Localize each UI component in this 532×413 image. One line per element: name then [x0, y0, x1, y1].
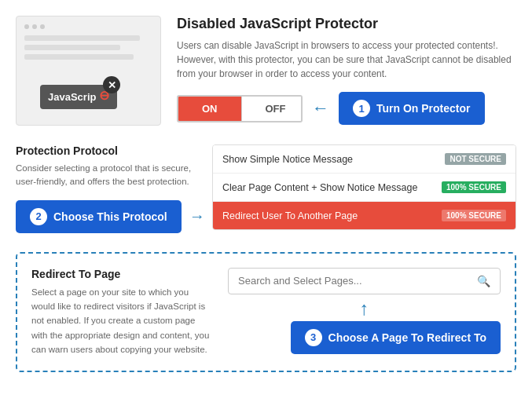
step1-badge: 1	[353, 100, 370, 117]
arrow-up-icon: ↑	[360, 299, 369, 318]
js-badge-text: JavaScrip	[48, 91, 96, 103]
redirect-section: Redirect To Page Select a page on your s…	[16, 252, 516, 373]
top-card: JavaScrip ⊖ ✕ Disabled JavaScript Protec…	[16, 16, 516, 126]
protocol-row-1[interactable]: Show Simple Notice Message NOT SECURE	[213, 145, 515, 174]
card-title: Disabled JavaScript Protector	[177, 16, 516, 32]
card-content: Disabled JavaScript Protector Users can …	[177, 16, 516, 125]
redirect-title: Redirect To Page	[31, 268, 212, 280]
step2-badge: 2	[30, 208, 47, 225]
protocol-badge-3: 100% SECURE	[442, 210, 506, 221]
choose-protocol-label: Choose This Protocol	[53, 210, 167, 223]
search-input[interactable]	[238, 275, 477, 287]
protocol-badge-1: NOT SECURE	[445, 153, 506, 165]
redirect-right: 🔍 ↑ 3 Choose A Page To Redirect To	[228, 268, 501, 354]
step-button-row: 3 Choose A Page To Redirect To	[228, 321, 501, 354]
preview-lines	[24, 24, 152, 64]
protocol-section: Protection Protocol Consider selecting a…	[16, 144, 516, 233]
protocol-title: Protection Protocol	[16, 144, 196, 157]
arrow-protocol-icon: →	[189, 207, 205, 225]
step3-badge: 3	[305, 329, 322, 346]
dot1	[24, 24, 29, 29]
preview-image: JavaScrip ⊖ ✕	[16, 16, 161, 126]
x-icon: ✕	[103, 76, 120, 93]
protocol-badge-2: 100% SECURE	[442, 181, 506, 193]
line2	[24, 45, 120, 50]
choose-page-button[interactable]: 3 Choose A Page To Redirect To	[291, 321, 501, 354]
choose-protocol-button[interactable]: 2 Choose This Protocol	[16, 200, 182, 233]
protocol-row-2[interactable]: Clear Page Content + Show Notice Message…	[213, 174, 515, 202]
arrow-right-icon: ←	[312, 98, 329, 119]
protocol-left: Protection Protocol Consider selecting a…	[16, 144, 196, 233]
protocol-button-row: 2 Choose This Protocol →	[16, 200, 196, 233]
protocol-label-1: Show Simple Notice Message	[222, 154, 353, 165]
toggle-row: ON OFF ← 1 Turn On Protector	[177, 92, 516, 125]
line1	[24, 35, 140, 41]
arrow-up-container: ↑	[228, 299, 501, 318]
toggle-on[interactable]: ON	[178, 97, 241, 121]
turn-on-protector-label: Turn On Protector	[376, 102, 471, 115]
dot3	[40, 24, 45, 29]
redirect-desc: Select a page on your site to which you …	[31, 285, 212, 357]
redirect-left: Redirect To Page Select a page on your s…	[31, 268, 212, 357]
toggle-switch[interactable]: ON OFF	[177, 95, 303, 122]
protocol-list: Show Simple Notice Message NOT SECURE Cl…	[212, 144, 516, 230]
protocol-label-2: Clear Page Content + Show Notice Message	[222, 182, 417, 193]
protocol-desc: Consider selecting a protocol that is se…	[16, 162, 196, 189]
search-box[interactable]: 🔍	[228, 268, 501, 294]
card-description: Users can disable JavaScript in browsers…	[177, 38, 516, 81]
toggle-off[interactable]: OFF	[241, 97, 303, 121]
search-icon: 🔍	[477, 275, 490, 287]
dot2	[32, 24, 37, 29]
line3	[24, 54, 134, 60]
choose-page-label: Choose A Page To Redirect To	[328, 331, 486, 344]
turn-on-protector-button[interactable]: 1 Turn On Protector	[339, 92, 485, 125]
protocol-label-3: Redirect User To Another Page	[222, 210, 358, 221]
protocol-row-3[interactable]: Redirect User To Another Page 100% SECUR…	[213, 202, 515, 229]
dot-row	[24, 24, 152, 29]
